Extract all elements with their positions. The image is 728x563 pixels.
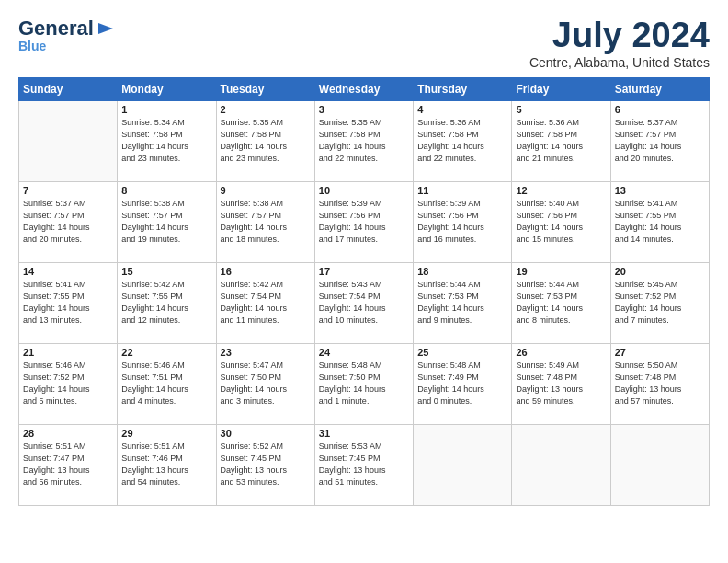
calendar-cell: 16Sunrise: 5:42 AM Sunset: 7:54 PM Dayli… [216,262,314,343]
day-info: Sunrise: 5:39 AM Sunset: 7:56 PM Dayligh… [319,198,409,246]
day-info: Sunrise: 5:52 AM Sunset: 7:45 PM Dayligh… [221,441,311,488]
title-block: July 2024 Centre, Alabama, United States [529,17,710,70]
calendar-cell: 27Sunrise: 5:50 AM Sunset: 7:48 PM Dayli… [610,343,709,424]
day-number: 9 [221,185,311,196]
day-number: 21 [23,347,113,358]
calendar-cell: 26Sunrise: 5:49 AM Sunset: 7:48 PM Dayli… [512,343,610,424]
calendar-cell: 17Sunrise: 5:43 AM Sunset: 7:54 PM Dayli… [314,262,413,343]
calendar-cell: 20Sunrise: 5:45 AM Sunset: 7:52 PM Dayli… [610,262,709,343]
calendar-cell: 22Sunrise: 5:46 AM Sunset: 7:51 PM Dayli… [118,343,216,424]
header-tuesday: Tuesday [216,77,314,100]
day-number: 25 [417,347,507,358]
logo-general: General [18,17,94,40]
day-info: Sunrise: 5:36 AM Sunset: 7:58 PM Dayligh… [417,117,507,165]
header-sunday: Sunday [19,77,118,100]
calendar-week-row: 1Sunrise: 5:34 AM Sunset: 7:58 PM Daylig… [19,100,710,181]
day-info: Sunrise: 5:38 AM Sunset: 7:57 PM Dayligh… [121,198,211,246]
day-info: Sunrise: 5:42 AM Sunset: 7:55 PM Dayligh… [121,279,211,327]
day-number: 11 [417,185,507,196]
day-info: Sunrise: 5:45 AM Sunset: 7:52 PM Dayligh… [615,279,705,327]
day-info: Sunrise: 5:39 AM Sunset: 7:56 PM Dayligh… [417,198,507,246]
calendar-week-row: 14Sunrise: 5:41 AM Sunset: 7:55 PM Dayli… [19,262,710,343]
calendar-cell: 21Sunrise: 5:46 AM Sunset: 7:52 PM Dayli… [19,343,118,424]
day-number: 15 [121,266,211,277]
day-info: Sunrise: 5:51 AM Sunset: 7:47 PM Dayligh… [23,441,113,488]
calendar-cell: 7Sunrise: 5:37 AM Sunset: 7:57 PM Daylig… [19,181,118,262]
logo: General Blue [18,17,115,53]
day-info: Sunrise: 5:36 AM Sunset: 7:58 PM Dayligh… [516,117,606,165]
day-info: Sunrise: 5:51 AM Sunset: 7:46 PM Dayligh… [121,441,211,488]
calendar-cell: 3Sunrise: 5:35 AM Sunset: 7:58 PM Daylig… [314,100,413,181]
day-number: 24 [319,347,409,358]
calendar-cell: 31Sunrise: 5:53 AM Sunset: 7:45 PM Dayli… [314,424,413,505]
calendar-cell: 15Sunrise: 5:42 AM Sunset: 7:55 PM Dayli… [118,262,216,343]
subtitle: Centre, Alabama, United States [529,55,710,70]
header-wednesday: Wednesday [314,77,413,100]
day-number: 27 [615,347,705,358]
day-info: Sunrise: 5:35 AM Sunset: 7:58 PM Dayligh… [319,117,409,165]
calendar-week-row: 7Sunrise: 5:37 AM Sunset: 7:57 PM Daylig… [19,181,710,262]
calendar-cell: 10Sunrise: 5:39 AM Sunset: 7:56 PM Dayli… [314,181,413,262]
calendar-cell: 4Sunrise: 5:36 AM Sunset: 7:58 PM Daylig… [414,100,512,181]
day-info: Sunrise: 5:37 AM Sunset: 7:57 PM Dayligh… [23,198,113,246]
day-number: 19 [516,266,606,277]
calendar-week-row: 28Sunrise: 5:51 AM Sunset: 7:47 PM Dayli… [19,424,710,505]
calendar-cell: 5Sunrise: 5:36 AM Sunset: 7:58 PM Daylig… [512,100,610,181]
day-number: 22 [121,347,211,358]
day-number: 23 [221,347,311,358]
day-info: Sunrise: 5:50 AM Sunset: 7:48 PM Dayligh… [615,360,705,408]
calendar-cell: 25Sunrise: 5:48 AM Sunset: 7:49 PM Dayli… [414,343,512,424]
header: General Blue July 2024 Centre, Alabama, … [18,17,710,70]
day-number: 16 [221,266,311,277]
header-thursday: Thursday [414,77,512,100]
day-info: Sunrise: 5:38 AM Sunset: 7:57 PM Dayligh… [221,198,311,246]
day-info: Sunrise: 5:40 AM Sunset: 7:56 PM Dayligh… [516,198,606,246]
day-info: Sunrise: 5:46 AM Sunset: 7:52 PM Dayligh… [23,360,113,408]
day-number: 2 [221,104,311,115]
calendar-cell: 28Sunrise: 5:51 AM Sunset: 7:47 PM Dayli… [19,424,118,505]
day-info: Sunrise: 5:34 AM Sunset: 7:58 PM Dayligh… [121,117,211,165]
day-number: 13 [615,185,705,196]
header-saturday: Saturday [610,77,709,100]
header-friday: Friday [512,77,610,100]
calendar-cell: 18Sunrise: 5:44 AM Sunset: 7:53 PM Dayli… [414,262,512,343]
calendar-cell [512,424,610,505]
calendar-cell: 1Sunrise: 5:34 AM Sunset: 7:58 PM Daylig… [118,100,216,181]
calendar-header-row: SundayMondayTuesdayWednesdayThursdayFrid… [19,77,710,100]
day-number: 14 [23,266,113,277]
calendar-cell: 13Sunrise: 5:41 AM Sunset: 7:55 PM Dayli… [610,181,709,262]
day-number: 4 [417,104,507,115]
calendar-cell: 19Sunrise: 5:44 AM Sunset: 7:53 PM Dayli… [512,262,610,343]
calendar-cell: 6Sunrise: 5:37 AM Sunset: 7:57 PM Daylig… [610,100,709,181]
day-number: 3 [319,104,409,115]
calendar-cell: 24Sunrise: 5:48 AM Sunset: 7:50 PM Dayli… [314,343,413,424]
day-number: 26 [516,347,606,358]
day-info: Sunrise: 5:41 AM Sunset: 7:55 PM Dayligh… [615,198,705,246]
day-number: 6 [615,104,705,115]
calendar-cell: 11Sunrise: 5:39 AM Sunset: 7:56 PM Dayli… [414,181,512,262]
day-info: Sunrise: 5:49 AM Sunset: 7:48 PM Dayligh… [516,360,606,408]
day-info: Sunrise: 5:43 AM Sunset: 7:54 PM Dayligh… [319,279,409,327]
calendar-cell: 14Sunrise: 5:41 AM Sunset: 7:55 PM Dayli… [19,262,118,343]
day-info: Sunrise: 5:41 AM Sunset: 7:55 PM Dayligh… [23,279,113,327]
day-info: Sunrise: 5:37 AM Sunset: 7:57 PM Dayligh… [615,117,705,165]
calendar-cell: 9Sunrise: 5:38 AM Sunset: 7:57 PM Daylig… [216,181,314,262]
day-number: 18 [417,266,507,277]
day-number: 29 [121,428,211,439]
calendar-cell [19,100,118,181]
day-number: 30 [221,428,311,439]
calendar-cell: 12Sunrise: 5:40 AM Sunset: 7:56 PM Dayli… [512,181,610,262]
day-number: 31 [319,428,409,439]
day-info: Sunrise: 5:48 AM Sunset: 7:50 PM Dayligh… [319,360,409,408]
calendar-cell: 30Sunrise: 5:52 AM Sunset: 7:45 PM Dayli… [216,424,314,505]
day-info: Sunrise: 5:47 AM Sunset: 7:50 PM Dayligh… [221,360,311,408]
calendar-cell [414,424,512,505]
calendar-cell: 8Sunrise: 5:38 AM Sunset: 7:57 PM Daylig… [118,181,216,262]
svg-marker-0 [98,23,113,34]
day-number: 17 [319,266,409,277]
calendar-cell [610,424,709,505]
day-number: 5 [516,104,606,115]
calendar-cell: 23Sunrise: 5:47 AM Sunset: 7:50 PM Dayli… [216,343,314,424]
calendar-week-row: 21Sunrise: 5:46 AM Sunset: 7:52 PM Dayli… [19,343,710,424]
day-number: 1 [121,104,211,115]
